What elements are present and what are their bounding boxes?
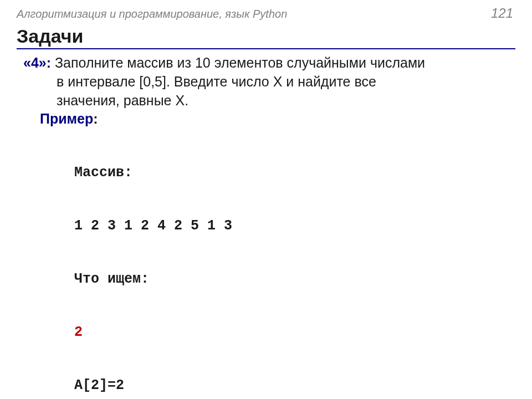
task-description-line1: Заполните массив из 10 элементов случайн… [51,55,425,70]
task-description-line2: в интервале [0,5]. Введите число X и най… [23,73,515,91]
course-title: Алгоритмизация и программирование, язык … [17,8,287,21]
example1-output: Массив: 1 2 3 1 2 4 2 5 1 3 Что ищем: 2 … [23,129,515,399]
task-grade-label: «4»: [23,55,51,70]
page-number: 121 [491,6,513,21]
example1-result-1: A[2]=2 [74,377,515,395]
example1-prompt: Что ищем: [74,270,515,288]
section-heading: Задачи [17,25,515,49]
example1-array-label: Массив: [74,164,515,182]
task-body: «4»: Заполните массив из 10 элементов сл… [17,54,515,399]
example1-input: 2 [74,324,515,341]
example1-array-values: 1 2 3 1 2 4 2 5 1 3 [74,217,515,235]
task-description-line3: значения, равные X. [23,91,515,110]
slide-header: Алгоритмизация и программирование, язык … [17,6,515,23]
example1-label: Пример: [23,110,515,129]
